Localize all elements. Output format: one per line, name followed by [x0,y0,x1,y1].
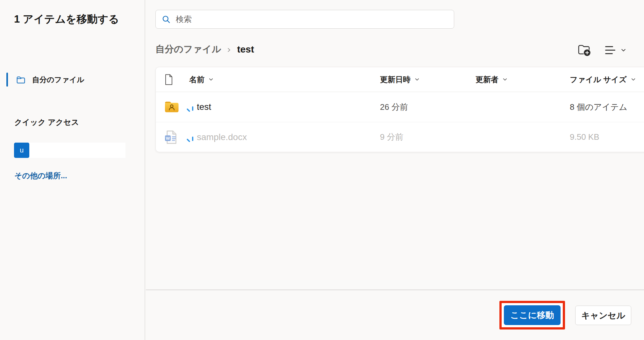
search-input[interactable] [176,15,448,24]
chevron-down-icon [620,47,626,53]
site-avatar: u [14,143,29,158]
move-dialog-main: 自分のファイル test [146,0,644,340]
quick-access-heading: クイック アクセス [14,117,79,127]
file-modified: 26 分前 [380,102,476,113]
move-indicator-icon [186,106,195,115]
file-size: 9.50 KB [570,132,644,142]
column-header-modified-by[interactable]: 更新者 [476,74,570,85]
sidebar-item-label: 自分のファイル [32,75,84,85]
chevron-down-icon [414,77,420,82]
selected-indicator-bar [6,73,8,87]
move-here-button[interactable]: ここに移動 [504,305,561,325]
svg-text:W: W [166,136,170,140]
search-box[interactable] [155,10,454,29]
search-icon [162,15,171,24]
breadcrumb: 自分のファイル test [155,43,254,56]
column-header-size[interactable]: ファイル サイズ [570,74,644,85]
view-options-button[interactable] [605,46,626,54]
table-row-folder-test[interactable]: test 26 分前 8 個のアイテム [156,92,644,122]
file-name: sample.docx [189,132,247,142]
cancel-button[interactable]: キャンセル [575,306,631,325]
word-document-icon: W [156,130,181,144]
new-folder-button[interactable] [577,43,592,57]
document-type-icon [156,74,181,85]
move-dialog-sidebar: 1 アイテムを移動する 自分のファイル クイック アクセス u その他の場所..… [0,0,145,340]
toolbar [577,43,626,57]
column-header-name[interactable]: 名前 [181,74,380,85]
chevron-down-icon [208,77,214,82]
new-folder-icon [577,43,592,57]
move-indicator-icon [186,137,195,145]
file-modified: 9 分前 [380,131,476,143]
chevron-down-icon [502,77,508,82]
file-list-header: 名前 更新日時 更新者 ファイル サイズ [156,67,644,92]
shared-folder-icon [156,101,181,113]
column-header-modified[interactable]: 更新日時 [380,74,476,85]
view-options-icon [605,46,616,54]
file-size: 8 個のアイテム [570,102,644,113]
quick-access-site-item[interactable]: u [14,143,125,158]
footer-divider [146,289,644,290]
breadcrumb-chevron-icon [226,47,232,53]
breadcrumb-root[interactable]: 自分のファイル [155,43,221,56]
chevron-down-icon [631,77,636,82]
dialog-title: 1 アイテムを移動する [14,10,122,28]
more-places-link[interactable]: その他の場所... [14,171,67,181]
sidebar-item-my-files[interactable]: 自分のファイル [6,71,137,89]
folder-icon [16,75,26,85]
red-highlight-annotation: ここに移動 [499,301,565,329]
table-row-sample-docx[interactable]: W sample.docx 9 分前 9.50 KB [156,122,644,152]
file-list-card: 名前 更新日時 更新者 ファイル サイズ [155,67,644,152]
breadcrumb-current: test [237,44,254,55]
